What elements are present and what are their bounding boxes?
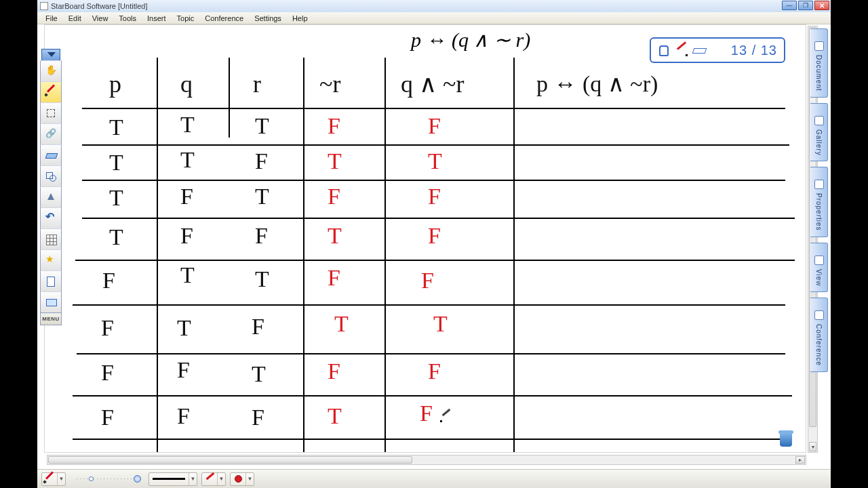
keyboard-tool-button[interactable] <box>40 291 62 313</box>
link-icon <box>45 128 57 140</box>
shapes-icon <box>45 170 57 182</box>
undo-button[interactable] <box>40 207 62 229</box>
line-style-dropdown[interactable]: ▼ <box>189 473 197 485</box>
header-p: p <box>109 70 121 98</box>
toolbar-collapse-button[interactable] <box>41 49 60 61</box>
line-style-picker[interactable]: ▼ <box>149 472 197 486</box>
titlebar: StarBoard Software [Untitled] — ❐ ✕ <box>37 0 831 12</box>
link-tool-button[interactable] <box>40 123 62 145</box>
sidetab-properties[interactable]: Properties <box>810 167 828 237</box>
slider-min-icon <box>89 476 94 481</box>
slider-handle[interactable] <box>134 475 141 483</box>
view-icon <box>814 256 824 265</box>
grid-tool-button[interactable] <box>40 228 62 250</box>
sidetab-conference[interactable]: Conference <box>810 298 828 372</box>
cell-p-4: T <box>109 224 123 250</box>
cell-r-1: T <box>255 113 269 139</box>
indicator-hand-icon[interactable] <box>658 44 670 56</box>
indicator-pen-icon[interactable] <box>675 44 688 56</box>
app-icon <box>40 2 48 10</box>
shapes-tool-button[interactable] <box>40 165 62 187</box>
pen-picker-dropdown[interactable]: ▼ <box>57 473 65 485</box>
page-tool-button[interactable] <box>40 270 62 292</box>
favorite-tool-button[interactable] <box>40 249 62 271</box>
cell-qnr-2: T <box>428 148 442 174</box>
menu-tools[interactable]: Tools <box>113 14 142 23</box>
cell-qnr-5: F <box>421 268 434 293</box>
cell-nr-8: T <box>328 403 342 429</box>
cell-p-3: T <box>109 185 123 211</box>
color-picker-dropdown[interactable]: ▼ <box>245 473 254 485</box>
pen-style-icon <box>203 473 216 485</box>
hand-tool-button[interactable] <box>40 60 62 82</box>
header-nr: ~r <box>319 70 340 98</box>
right-side-tabs: Document Gallery Properties View Confere… <box>810 28 829 372</box>
cell-nr-6: T <box>334 311 349 337</box>
sidetab-document[interactable]: Document <box>810 28 828 98</box>
window-title: StarBoard Software [Untitled] <box>51 2 147 10</box>
menu-view[interactable]: View <box>87 14 114 23</box>
select-tool-button[interactable] <box>40 102 62 124</box>
cell-r-8: F <box>252 405 264 430</box>
indicator-eraser-icon[interactable] <box>693 44 705 56</box>
color-picker[interactable]: ▼ <box>230 472 254 486</box>
menu-file[interactable]: File <box>40 14 63 23</box>
eraser-tool-button[interactable] <box>40 144 62 166</box>
cell-nr-7: F <box>328 359 340 384</box>
color-swatch-icon <box>235 475 242 483</box>
cell-q-6: T <box>177 315 191 341</box>
sidetab-gallery-label: Gallery <box>815 129 823 156</box>
pen-icon <box>43 473 56 485</box>
cell-nr-4: T <box>328 223 342 249</box>
cell-q-1: T <box>180 112 195 138</box>
header-q: q <box>180 70 193 98</box>
cell-p-5: F <box>102 268 115 293</box>
thickness-slider[interactable] <box>70 472 144 486</box>
menu-edit[interactable]: Edit <box>63 14 87 23</box>
pen-style-dropdown[interactable]: ▼ <box>217 473 225 485</box>
horizontal-scroll-thumb[interactable] <box>48 456 412 464</box>
pen-style-picker[interactable]: ▼ <box>201 472 226 486</box>
sidetab-document-label: Document <box>815 55 823 92</box>
menu-topic[interactable]: Topic <box>172 14 200 23</box>
page-icon <box>45 275 57 287</box>
cell-q-7: F <box>177 357 190 383</box>
pen-tool-button[interactable] <box>40 81 62 103</box>
scroll-down-button[interactable]: ▾ <box>809 442 816 451</box>
menu-help[interactable]: Help <box>287 14 313 23</box>
pointer-icon <box>45 191 57 203</box>
conference-icon <box>814 310 824 320</box>
minimize-button[interactable]: — <box>782 1 797 10</box>
menubar: File Edit View Tools Insert Topic Confer… <box>37 12 831 24</box>
close-button[interactable]: ✕ <box>814 1 829 10</box>
menu-settings[interactable]: Settings <box>249 14 287 23</box>
horizontal-scrollbar[interactable]: ▸ <box>47 455 806 465</box>
toolbar-menu-button[interactable]: MENU <box>40 313 62 325</box>
pen-picker[interactable]: ▼ <box>41 472 66 486</box>
cell-r-7: T <box>252 361 266 387</box>
sidetab-view[interactable]: View <box>810 243 828 293</box>
undo-icon <box>45 212 57 224</box>
cell-q-4: F <box>180 223 193 249</box>
trash-button[interactable] <box>778 430 793 448</box>
pointer-tool-button[interactable] <box>40 186 62 208</box>
sidetab-gallery[interactable]: Gallery <box>810 103 828 162</box>
cell-p-7: F <box>101 360 114 386</box>
cell-p-2: T <box>109 150 123 176</box>
scroll-right-button[interactable]: ▸ <box>795 456 805 464</box>
page-indicator-box: 13 / 13 <box>650 37 785 63</box>
cell-r-2: F <box>255 148 268 174</box>
cell-r-3: T <box>255 184 269 209</box>
header-res: p ↔ (q ∧ ~r) <box>536 70 658 97</box>
menu-insert[interactable]: Insert <box>142 14 172 23</box>
cell-p-1: T <box>109 115 123 140</box>
keyboard-icon <box>45 296 57 308</box>
select-icon <box>45 107 57 119</box>
whiteboard-canvas[interactable]: p ↔ (q ∧ ∼ r) 13 / 13 <box>44 24 806 453</box>
cell-qnr-8: F <box>420 401 433 426</box>
sidetab-view-label: View <box>815 269 823 287</box>
maximize-button[interactable]: ❐ <box>798 1 813 10</box>
cell-qnr-4: F <box>428 223 441 249</box>
menu-conference[interactable]: Conference <box>199 14 249 23</box>
cell-r-6: F <box>252 314 264 340</box>
